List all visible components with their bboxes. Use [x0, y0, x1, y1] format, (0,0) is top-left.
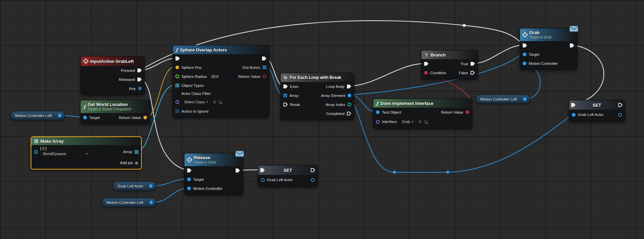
exec-pin-released[interactable] — [137, 78, 142, 82]
interface-dropdown[interactable]: Grab ▾ — [399, 119, 416, 125]
branch-icon — [424, 53, 428, 57]
class-dropdown[interactable]: Select Class ▾ — [181, 99, 211, 105]
array-index-pin[interactable] — [348, 103, 351, 106]
array-in-pin[interactable] — [283, 94, 287, 97]
grab-left-actor-out-pin[interactable] — [618, 113, 622, 117]
false-pin[interactable] — [471, 71, 475, 75]
pin-row: Target — [184, 175, 243, 184]
key-pin[interactable] — [138, 87, 142, 90]
target-pin[interactable] — [187, 177, 191, 181]
grab-left-actor-in-pin[interactable] — [572, 113, 575, 117]
exec-out-pin[interactable] — [311, 168, 315, 172]
add-icon: ⊕ — [135, 160, 138, 165]
node-inputaction-grableft[interactable]: InputAction GrabLeft Pressed Released Ke… — [81, 56, 145, 95]
actor-class-filter-pin[interactable] — [175, 100, 179, 104]
reroute-dot-object-2[interactable] — [446, 171, 449, 174]
array-out-pin[interactable] — [135, 150, 138, 154]
exec-out-pin[interactable] — [570, 43, 574, 47]
use-selected-icon[interactable]: ⊙ — [213, 100, 216, 104]
sphere-radius-field[interactable]: 20.0 — [209, 74, 223, 79]
node-grab[interactable]: Grab Target is Grab Target Motion Contro… — [520, 28, 577, 70]
element-index-label: [ 0 ] — [40, 146, 90, 151]
blueprint-graph-canvas[interactable]: InputAction GrabLeft Pressed Released Ke… — [0, 0, 644, 239]
variable-pill-grab-left-actor[interactable]: Grab Left Actor — [113, 182, 156, 191]
browse-icon[interactable] — [219, 101, 222, 104]
browse-icon[interactable] — [424, 120, 427, 123]
add-pin-row[interactable]: Add pin ⊕ — [31, 158, 141, 167]
exec-in-pin[interactable] — [260, 168, 265, 172]
target-pin[interactable] — [523, 52, 526, 56]
node-set-grab-left-actor[interactable]: SET Grab Left Actor — [258, 165, 317, 187]
return-value-pin[interactable] — [263, 75, 266, 78]
interface-pin[interactable] — [376, 120, 380, 124]
exec-in-pin[interactable] — [175, 56, 180, 61]
node-branch[interactable]: Branch True Condition False — [421, 50, 478, 79]
wire-obj-reroute1-to-reroute2[interactable] — [394, 172, 448, 172]
motion-controller-pin[interactable] — [523, 62, 526, 65]
exec-out-pin[interactable] — [262, 56, 266, 61]
pin-label: Array Element — [321, 94, 345, 98]
variable-out-pin[interactable] — [523, 97, 527, 101]
true-pin[interactable] — [471, 62, 475, 66]
out-actors-pin[interactable] — [263, 66, 266, 69]
element-value-dropdown[interactable]: WorldDynamic ▾ — [40, 151, 90, 157]
variable-out-pin[interactable] — [58, 114, 61, 117]
exec-in-pin[interactable] — [571, 103, 575, 107]
variable-pill-motion-controller-left[interactable]: Motion Controller Left — [102, 198, 156, 207]
node-make-array[interactable]: Make Array [ 0 ] WorldDynamic ▾ Array Ad… — [31, 136, 142, 169]
actors-to-ignore-pin[interactable] — [175, 109, 179, 113]
node-title: Make Array — [40, 139, 64, 144]
use-selected-icon[interactable]: ⊙ — [418, 120, 422, 124]
exec-in-pin[interactable] — [523, 43, 527, 47]
node-header: ƒ Get World Location Target is Scene Com… — [81, 100, 150, 113]
function-icon: ƒ — [176, 47, 178, 52]
test-object-pin[interactable] — [376, 110, 380, 114]
pin-row: Target Return Value — [81, 113, 150, 122]
exec-in-pin[interactable] — [283, 85, 288, 89]
break-pin[interactable] — [283, 103, 288, 107]
condition-pin[interactable] — [424, 71, 428, 75]
variable-pill-motion-controller-left[interactable]: Motion Controller Left — [10, 111, 65, 120]
target-pin[interactable] — [83, 116, 87, 119]
variable-out-pin[interactable] — [149, 201, 153, 204]
chevron-down-icon: ▾ — [86, 152, 88, 155]
loop-body-pin[interactable] — [347, 85, 351, 89]
array-element-pin[interactable] — [348, 94, 351, 97]
node-does-implement-interface[interactable]: ƒ Does Implement Interface Test Object R… — [373, 99, 472, 129]
variable-out-pin[interactable] — [149, 184, 153, 188]
pin-label: Array — [123, 150, 132, 154]
pin-row: Key — [81, 84, 144, 93]
node-release[interactable]: Release Target is Grab Target Motion Con… — [184, 153, 243, 195]
wire-obj-mcpillbottom-to-releasemc[interactable] — [152, 188, 187, 202]
exec-in-pin[interactable] — [424, 62, 428, 66]
pin-label: Target — [529, 52, 539, 56]
node-set-grab-left-actor[interactable]: SET Grab Left Actor — [569, 100, 625, 122]
return-value-pin[interactable] — [466, 110, 469, 114]
pin-label: Target — [89, 116, 100, 120]
grab-left-actor-out-pin[interactable] — [311, 178, 314, 182]
node-sphere-overlap-actors[interactable]: ƒ Sphere Overlap Actors Sphere Pos Out A… — [172, 45, 269, 118]
reroute-dot-exec[interactable] — [463, 24, 466, 27]
motion-controller-pin[interactable] — [187, 187, 191, 190]
exec-in-pin[interactable] — [187, 168, 191, 172]
node-subtitle: Target is Scene Component — [88, 107, 131, 111]
completed-pin[interactable] — [347, 112, 351, 116]
wire-vec-returnvalue-to-spherepos[interactable] — [146, 67, 175, 117]
exec-pin-pressed[interactable] — [137, 69, 142, 73]
array-element-pin[interactable] — [34, 150, 38, 154]
add-pin-label: Add pin — [120, 161, 133, 165]
grab-left-actor-in-pin[interactable] — [261, 178, 265, 182]
exec-out-pin[interactable] — [236, 168, 240, 172]
object-types-pin[interactable] — [175, 84, 179, 87]
sphere-pos-pin[interactable] — [175, 66, 179, 69]
node-for-each-loop-with-break[interactable]: ↻ For Each Loop with Break Exec Loop Bod… — [280, 73, 354, 120]
wire-exec-true-to-grab[interactable] — [474, 45, 523, 64]
wire-exec-loopbody-to-branch[interactable] — [350, 64, 424, 86]
sphere-radius-pin[interactable] — [175, 75, 179, 78]
return-value-pin[interactable] — [143, 116, 147, 119]
variable-pill-motion-controller-left[interactable]: Motion Controller Left — [476, 95, 530, 104]
wire-obj-grabactorpill-to-releasetarget[interactable] — [152, 179, 187, 186]
reroute-dot-object-1[interactable] — [393, 171, 396, 174]
node-get-world-location[interactable]: ƒ Get World Location Target is Scene Com… — [80, 100, 150, 124]
exec-out-pin[interactable] — [618, 103, 623, 107]
